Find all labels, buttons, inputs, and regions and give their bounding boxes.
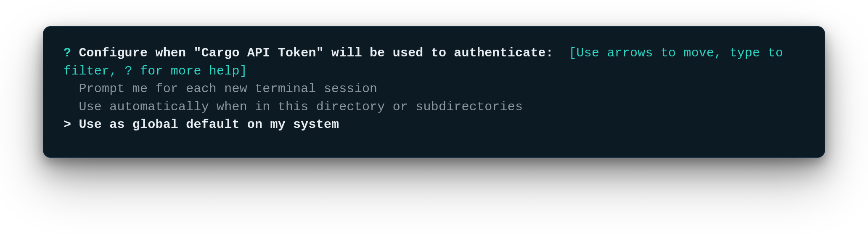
select-option-selected[interactable]: > Use as global default on my system	[64, 117, 339, 132]
question-mark-icon: ?	[64, 46, 71, 60]
terminal-window: ? Configure when "Cargo API Token" will …	[43, 26, 825, 158]
selected-caret-icon: >	[64, 117, 71, 132]
select-option[interactable]: Use automatically when in this directory…	[64, 100, 523, 114]
option-label: Prompt me for each new terminal session	[79, 82, 377, 96]
option-label: Use automatically when in this directory…	[79, 100, 523, 114]
option-label: Use as global default on my system	[79, 117, 339, 132]
prompt-question: Configure when "Cargo API Token" will be…	[79, 46, 553, 60]
select-option[interactable]: Prompt me for each new terminal session	[64, 82, 377, 96]
